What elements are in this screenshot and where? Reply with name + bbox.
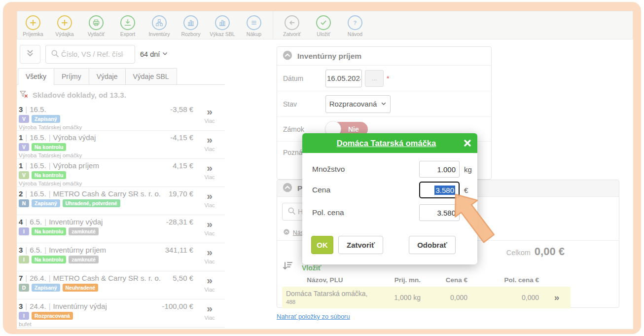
- period-filter-dropdown[interactable]: 64 dní: [140, 50, 168, 58]
- close-icon[interactable]: [458, 138, 477, 148]
- doc-date: 16.5.: [30, 105, 46, 113]
- doc-title: Inventúrny výdaj: [49, 218, 103, 226]
- doc-more-button[interactable]: » Viac: [198, 107, 221, 124]
- doc-more-button[interactable]: » Viac: [198, 275, 221, 293]
- plus-icon: [26, 15, 40, 30]
- sort-icon[interactable]: [282, 260, 294, 274]
- status-label: Stav: [283, 100, 325, 108]
- doc-amount: -3,58 €: [170, 105, 193, 113]
- date-input[interactable]: [325, 70, 362, 87]
- filter-funnel-icon[interactable]: [19, 89, 29, 101]
- cena-input[interactable]: 3.580: [419, 182, 460, 198]
- items-table-body: Domáca Tatarská omáčka, 488 1,000 kg 0,0…: [282, 287, 571, 308]
- status-badge: Na kontrolu: [32, 256, 66, 263]
- double-chevron-right-icon: »: [198, 275, 221, 285]
- toolbar-nakup-button[interactable]: Nákup: [238, 13, 270, 37]
- doc-date: 24.4.: [30, 302, 46, 310]
- item-more-button[interactable]: »: [543, 292, 571, 303]
- status-badge: I: [19, 227, 29, 235]
- collapse-chevron-up-icon[interactable]: [282, 50, 293, 63]
- document-row[interactable]: 3 | 16.5. -3,58 € VZapísaný Výroba Tatár…: [17, 103, 225, 131]
- more-label: Viac: [198, 174, 221, 180]
- status-badge: Na kontrolu: [32, 171, 66, 179]
- toolbar-inventury-button[interactable]: Inventúry: [143, 13, 175, 37]
- document-row[interactable]: 1 | 16.5.|Výroba výdaj -4,15 € VNa kontr…: [17, 131, 225, 159]
- tab-prijmy[interactable]: Príjmy: [54, 68, 89, 84]
- toolbar-vytlacit-button[interactable]: Vytlačiť: [80, 13, 112, 37]
- doc-more-button[interactable]: » Viac: [198, 219, 221, 236]
- toolbar-item-label: Príjemka: [23, 31, 43, 37]
- doc-more-button[interactable]: » Viac: [198, 135, 221, 152]
- tab-vydaje[interactable]: Výdaje: [89, 68, 126, 84]
- panel-title: Inventúrny príjem: [297, 52, 361, 61]
- document-row[interactable]: 7 | 26.4.|METRO Cash & Carry SR s. r. o.…: [17, 271, 225, 299]
- column-header-nazov-plu[interactable]: Názov, PLU: [282, 276, 368, 284]
- item-row[interactable]: Domáca Tatarská omáčka, 488 1,000 kg 0,0…: [282, 287, 571, 308]
- toolbar-prijemka-button[interactable]: Príjemka: [17, 13, 49, 37]
- toolbar-vykaz-sbl-button[interactable]: Výkaz SBL: [207, 13, 238, 37]
- document-search: [45, 45, 135, 64]
- doc-more-button[interactable]: » Viac: [198, 191, 221, 208]
- date-row: Dátum ... *: [277, 66, 491, 91]
- close-button[interactable]: Zatvoriť: [338, 236, 383, 254]
- doc-more-button[interactable]: » Viac: [198, 303, 221, 321]
- double-chevron-right-icon: »: [198, 163, 221, 173]
- status-badge: D: [19, 284, 29, 292]
- item-edit-modal: Domáca Tatarská omáčka Množstvo 1.000 kg…: [302, 133, 477, 264]
- document-tabs: VšetkyPríjmyVýdajeVýdaje SBL: [17, 68, 225, 85]
- column-header-cena[interactable]: Cena €: [425, 276, 471, 284]
- document-search-input[interactable]: [60, 50, 124, 59]
- arrow-left-icon: [285, 15, 299, 30]
- ok-button[interactable]: OK: [311, 236, 333, 254]
- modal-field-pol-cena: Pol. cena 3.580: [302, 204, 477, 221]
- date-picker-button[interactable]: ...: [365, 70, 384, 87]
- more-label: Viac: [198, 259, 221, 264]
- add-item-link[interactable]: Vložiť: [302, 264, 321, 272]
- doc-more-button[interactable]: » Viac: [198, 163, 221, 180]
- field-unit: kg: [460, 165, 477, 174]
- doc-more-button[interactable]: » Viac: [198, 247, 221, 264]
- column-header-prij-mn[interactable]: Prij. mn.: [368, 276, 425, 284]
- document-row[interactable]: 2 | 16.5.|METRO Cash & Carry SR s. r. o.…: [17, 187, 225, 215]
- modal-buttons: OK Zatvoriť Odobrať: [311, 236, 456, 254]
- expand-filters-button[interactable]: [20, 45, 40, 64]
- tab-vydaje-sbl[interactable]: Výdaje SBL: [125, 68, 177, 84]
- chevron-down-icon: [381, 100, 387, 108]
- toolbar-item-label: Rozbory: [181, 31, 200, 37]
- document-row[interactable]: 3 | 24.4.|Inventúrny výdaj -100,00 € IRo…: [17, 299, 225, 328]
- remove-button[interactable]: Odobrať: [409, 236, 456, 254]
- doc-title: Výroba príjem: [53, 161, 99, 170]
- document-row[interactable]: 1 | 16.5.|Výroba príjem 4,15 € VNa kontr…: [17, 159, 225, 187]
- toolbar-rozbory-button[interactable]: Rozbory: [175, 13, 207, 37]
- doc-date: 6.5.: [30, 246, 42, 254]
- toolbar-export-button[interactable]: Export: [112, 13, 143, 37]
- toolbar-item-label: Výkaz SBL: [210, 31, 235, 37]
- document-row[interactable]: 3 | 24.4.|METRO Cash & Carry SR 230,98 €…: [17, 328, 225, 329]
- double-chevron-right-icon: »: [198, 191, 221, 201]
- upload-items-link[interactable]: Nahrať položky zo súboru: [277, 313, 350, 320]
- document-row[interactable]: 4 | 6.5.|Inventúrny výdaj -28,31 € INa k…: [17, 215, 225, 243]
- toolbar-divider: [273, 11, 273, 39]
- toolbar-ulozit-button[interactable]: Uložiť: [308, 13, 339, 37]
- toolbar: Príjemka Výdajka Vytlačiť Export Inventú…: [17, 11, 633, 39]
- printer-icon: [89, 15, 104, 30]
- status-select[interactable]: Rozpracovaná: [325, 95, 391, 113]
- toolbar-item-label: Výdajka: [55, 31, 73, 37]
- pol-cena-input[interactable]: 3.580: [419, 204, 460, 221]
- status-row: Stav Rozpracovaná: [277, 91, 491, 117]
- toolbar-item-label: Návod: [348, 31, 362, 37]
- items-table-header: Názov, PLUPrij. mn.Cena €Pol. cena €: [282, 273, 571, 287]
- toolbar-zatvorit-button[interactable]: Zatvoriť: [276, 13, 308, 37]
- toolbar-vydajka-button[interactable]: Výdajka: [49, 13, 80, 37]
- toolbar-navod-button[interactable]: ? Návod: [339, 13, 371, 37]
- toolbar-item-label: Nákup: [247, 31, 261, 37]
- collapse-chevron-up-icon: [283, 228, 290, 237]
- tab-vsetky[interactable]: Všetky: [18, 68, 54, 84]
- cubes-icon: [152, 15, 167, 30]
- status-badge: V: [19, 115, 29, 123]
- column-header-pol-cena[interactable]: Pol. cena €: [471, 276, 543, 284]
- doc-date: 26.4.: [30, 274, 46, 282]
- document-row[interactable]: 3 | 6.5.|Inventúrny príjem 341,11 € INa …: [17, 243, 225, 271]
- collapse-chevron-up-icon[interactable]: [282, 182, 293, 195]
- mnozstvo-input[interactable]: 1.000: [419, 161, 460, 178]
